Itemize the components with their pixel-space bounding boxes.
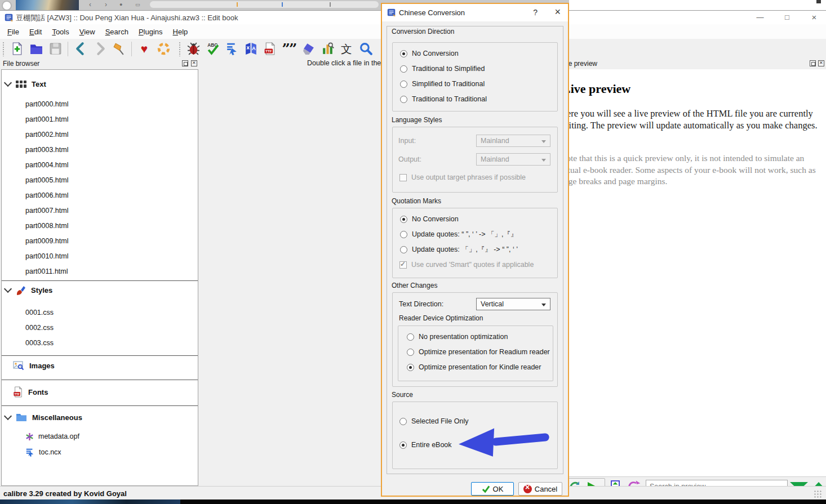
toolbar-drag-handle[interactable] (2, 42, 5, 56)
file-browser-close-icon[interactable] (191, 60, 197, 66)
menu-tools[interactable]: Tools (47, 26, 74, 37)
menu-edit[interactable]: Edit (24, 26, 47, 37)
chevron-down-icon[interactable] (4, 412, 12, 420)
open-book-button[interactable] (26, 41, 46, 57)
tree-section-images[interactable]: Images (13, 359, 55, 372)
edit-toc-button[interactable] (222, 41, 241, 57)
tree-section-miscellaneous[interactable]: Miscellaneous (5, 411, 82, 423)
dialog-help-button[interactable]: ? (533, 8, 538, 17)
file-item[interactable]: part0008.html (25, 220, 68, 231)
radio-icon[interactable] (407, 349, 414, 356)
preview-heading: Live preview (562, 82, 630, 96)
file-item[interactable]: part0003.html (25, 144, 68, 155)
radio-simplified-to-traditional[interactable]: Simplified to Traditional (400, 79, 485, 88)
toolbar-drag-handle[interactable] (179, 42, 181, 56)
maximize-button[interactable]: □ (778, 12, 797, 23)
file-item[interactable]: 0001.css (25, 307, 54, 318)
cancel-x-icon (523, 485, 532, 493)
menu-file[interactable]: File (2, 26, 24, 37)
minimize-button[interactable]: — (750, 12, 770, 23)
file-item[interactable]: 0002.css (25, 322, 54, 333)
radio-icon[interactable] (400, 231, 407, 238)
bookmark-pin-button[interactable] (109, 41, 128, 57)
radio-icon[interactable] (400, 50, 407, 57)
radio-icon[interactable] (400, 81, 407, 88)
tree-section-text[interactable]: Text (5, 78, 46, 90)
file-item[interactable]: 0003.css (25, 337, 54, 349)
preview-float-icon[interactable] (810, 60, 816, 66)
radio-optimize-kindle[interactable]: Optimize presentation for Kindle reader (407, 363, 541, 372)
browser-address-bar (150, 1, 379, 8)
file-browser-float-icon[interactable] (182, 60, 188, 66)
browser-tab-tick (330, 2, 331, 7)
file-item[interactable]: part0001.html (25, 114, 68, 125)
radio-quotes-to-cjk[interactable]: Update quotes: “ ”, ‘ ’ -> 「」,『』 (400, 230, 517, 239)
menu-view[interactable]: View (74, 26, 100, 37)
check-book-button[interactable] (184, 41, 203, 57)
menu-search[interactable]: Search (100, 26, 134, 37)
radio-optimize-readium[interactable]: Optimize presentation for Readium reader (407, 347, 550, 356)
file-item[interactable]: part0006.html (25, 190, 68, 201)
radio-icon[interactable] (407, 333, 414, 341)
polish-book-button[interactable]: A (241, 41, 260, 57)
file-item[interactable]: part0004.html (25, 159, 68, 171)
close-button[interactable]: × (805, 12, 824, 23)
radio-icon[interactable] (399, 441, 407, 449)
cancel-button[interactable]: Cancel (518, 482, 562, 496)
radio-icon[interactable] (400, 216, 407, 223)
radio-selected-file-only[interactable]: Selected File Only (399, 417, 468, 426)
spell-check-button[interactable]: ABC (203, 41, 222, 57)
file-item[interactable]: part0000.html (25, 99, 68, 110)
forward-button[interactable] (90, 41, 109, 57)
search-magnifier-icon (359, 42, 373, 56)
text-direction-combo[interactable]: Vertical (476, 298, 550, 310)
radio-traditional-to-simplified[interactable]: Traditional to Simplified (400, 64, 485, 73)
radio-icon[interactable] (399, 418, 407, 425)
file-item[interactable]: part0011.html (25, 266, 68, 277)
ok-check-icon (482, 485, 490, 493)
radio-icon[interactable] (400, 65, 407, 73)
bug-icon (186, 42, 201, 56)
resize-grip[interactable] (814, 490, 821, 498)
tree-section-styles[interactable]: Styles (5, 284, 52, 296)
preview-close-icon[interactable] (818, 60, 824, 66)
browser-tab-tick (237, 2, 238, 7)
save-button[interactable] (46, 41, 65, 57)
radio-quotes-to-western[interactable]: Update quotes: 「」,『』 -> “ ”, ‘ ’ (400, 245, 518, 254)
smarten-punctuation-button[interactable]: ”” (279, 41, 299, 57)
new-file-button[interactable] (7, 41, 26, 57)
dialog-close-icon[interactable]: × (554, 6, 561, 18)
search-button[interactable] (356, 41, 375, 57)
toc-hand-icon (225, 42, 239, 56)
chevron-down-icon[interactable] (4, 79, 12, 87)
radio-icon[interactable] (400, 246, 407, 253)
file-item[interactable]: part0002.html (25, 129, 68, 140)
reports-button[interactable] (318, 41, 337, 57)
radio-quotes-no-conversion[interactable]: No Conversion (400, 215, 459, 224)
community-button[interactable] (154, 41, 173, 57)
ok-button[interactable]: OK (471, 482, 514, 496)
chevron-down-icon[interactable] (4, 285, 12, 293)
manage-fonts-button[interactable]: TTF (260, 41, 279, 57)
file-item[interactable]: part0010.html (25, 251, 68, 262)
file-item[interactable]: part0005.html (25, 175, 68, 186)
file-item[interactable]: toc.ncx (25, 447, 61, 458)
text-direction-label: Text Direction: (399, 300, 443, 308)
tree-section-fonts[interactable]: TTF Fonts (13, 386, 48, 398)
menu-plugins[interactable]: Plugins (134, 26, 168, 37)
ncx-toc-icon (25, 448, 34, 457)
radio-no-conversion[interactable]: No Conversion (400, 49, 459, 58)
remove-unused-css-button[interactable] (299, 41, 318, 57)
menu-help[interactable]: Help (168, 26, 193, 37)
radio-icon[interactable] (400, 96, 407, 103)
back-button[interactable] (71, 41, 90, 57)
donate-button[interactable]: ♥ (135, 41, 154, 57)
radio-no-presentation-optimization[interactable]: No presentation optimization (407, 332, 508, 341)
radio-entire-ebook[interactable]: Entire eBook (399, 440, 452, 449)
file-item[interactable]: part0009.html (25, 235, 68, 247)
file-item[interactable]: part0007.html (25, 205, 68, 216)
chinese-conversion-button[interactable]: 文 (337, 41, 356, 57)
radio-traditional-to-traditional[interactable]: Traditional to Traditional (400, 95, 487, 104)
file-item[interactable]: metadata.opf (25, 431, 79, 442)
radio-icon[interactable] (407, 364, 414, 371)
